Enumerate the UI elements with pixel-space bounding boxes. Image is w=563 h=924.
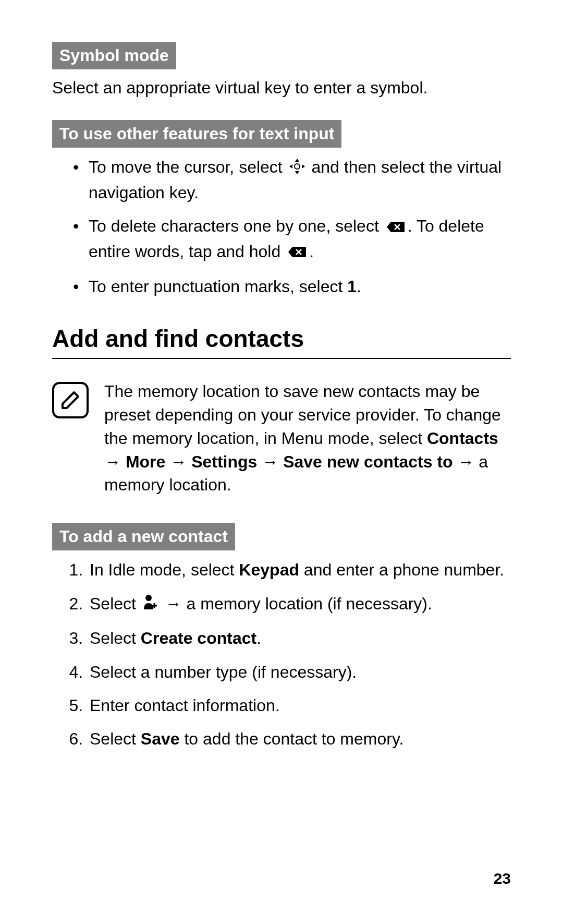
path-more: More (126, 452, 165, 471)
note-icon (52, 382, 89, 418)
manual-page: Symbol mode Select an appropriate virtua… (0, 0, 563, 924)
arrow: → (165, 452, 191, 471)
path-contacts: Contacts (427, 429, 498, 448)
save-bold: Save (141, 729, 180, 748)
bullet-list-text-input: To move the cursor, select and then sele… (52, 155, 511, 298)
backspace-icon (287, 241, 307, 265)
create-contact-bold: Create contact (141, 629, 256, 647)
svg-marker-1 (295, 159, 299, 162)
text: To delete characters one by one, select (89, 217, 384, 235)
heading-rule (52, 358, 511, 359)
step-2: Select → a memory location (if necessary… (88, 592, 511, 617)
page-number: 23 (494, 870, 511, 887)
key-1: 1 (347, 277, 357, 296)
svg-marker-3 (289, 164, 292, 169)
text: . (256, 629, 261, 647)
bullet-delete-chars: To delete characters one by one, select … (73, 214, 511, 265)
text: . (309, 242, 314, 261)
path-settings: Settings (191, 452, 257, 471)
step-1: In Idle mode, select Keypad and enter a … (88, 558, 511, 582)
text: To enter punctuation marks, select (89, 277, 347, 296)
text-symbol-mode: Select an appropriate virtual key to ent… (52, 77, 511, 99)
step-5: Enter contact information. (88, 693, 511, 717)
text: To move the cursor, select (89, 158, 287, 176)
step-3: Select Create contact. (88, 626, 511, 650)
text: → a memory location (if necessary). (161, 594, 432, 613)
svg-point-0 (295, 164, 300, 169)
bullet-move-cursor: To move the cursor, select and then sele… (73, 155, 511, 205)
text: Select (90, 594, 141, 613)
keypad-bold: Keypad (239, 560, 299, 579)
text: Select (90, 729, 141, 748)
svg-point-10 (145, 595, 152, 601)
text: Select (90, 629, 141, 647)
heading-other-features: To use other features for text input (52, 120, 341, 148)
text: to add the contact to memory. (180, 729, 404, 748)
svg-marker-4 (302, 164, 305, 169)
svg-marker-2 (295, 171, 299, 174)
bullet-punctuation: To enter punctuation marks, select 1. (73, 274, 511, 298)
step-6: Select Save to add the contact to memory… (88, 727, 511, 751)
path-save-new: Save new contacts to (283, 452, 452, 471)
text: In Idle mode, select (90, 560, 239, 579)
text: and enter a phone number. (299, 560, 504, 579)
add-contact-icon (143, 593, 158, 617)
heading-symbol-mode: Symbol mode (52, 42, 176, 69)
navigation-key-icon (289, 157, 305, 181)
steps-add-contact: In Idle mode, select Keypad and enter a … (52, 558, 511, 751)
arrow: → (104, 452, 126, 471)
heading-add-new-contact: To add a new contact (52, 523, 235, 550)
backspace-icon (386, 215, 406, 239)
step-4: Select a number type (if necessary). (88, 660, 511, 684)
heading-add-find-contacts: Add and find contacts (52, 325, 511, 353)
text: . (357, 277, 361, 296)
arrow: → (257, 452, 283, 471)
note-text: The memory location to save new contacts… (104, 380, 511, 497)
note-box: The memory location to save new contacts… (52, 380, 511, 497)
